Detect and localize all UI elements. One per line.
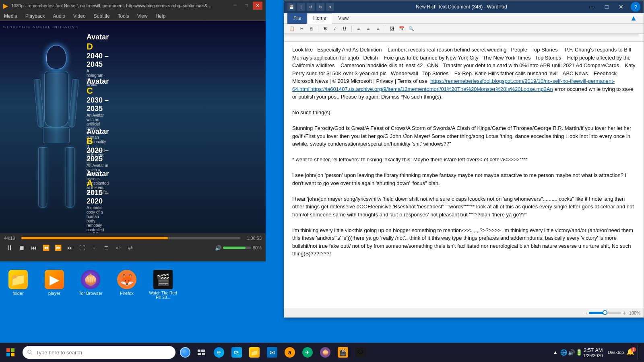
vlc-titlebar: ▶ 1080p - rememberlessfool No self, no f… — [0, 0, 266, 11]
vlc-play-btn[interactable]: ⏸ — [4, 242, 15, 253]
desktop-label[interactable]: Desktop — [606, 350, 625, 355]
toolbar-divider-2 — [351, 25, 352, 32]
wp-picture-btn[interactable]: 🖼 — [388, 25, 396, 33]
wp-ribbon-collapse-btn[interactable]: ▲ — [627, 13, 640, 23]
vlc-loop-btn[interactable]: ↩ — [113, 242, 124, 253]
vlc-playlist-btn[interactable]: ☰ — [101, 242, 112, 253]
wp-statusbar: − + 100% — [284, 308, 644, 317]
vlc-progress-bar[interactable] — [21, 237, 240, 239]
wp-redo-icon[interactable]: ↻ — [316, 3, 324, 11]
vlc-volume-pct: 80% — [253, 245, 262, 250]
wp-close-btn[interactable]: ✕ — [615, 0, 627, 13]
vlc-menu-audio[interactable]: Audio — [49, 11, 69, 21]
vlc-volume-area: 🔊 80% — [215, 245, 262, 251]
taskbar-files-icon[interactable]: 📁 — [246, 343, 263, 362]
search-bar[interactable] — [23, 346, 175, 359]
desktop-icon-firefox[interactable]: 🦊 Firefox — [109, 267, 145, 298]
vlc-menu-tools[interactable]: Tools — [114, 11, 133, 21]
notification-icon-area[interactable]: 🔔 1 — [626, 348, 635, 357]
wp-zoom-minus-btn[interactable]: − — [584, 310, 587, 316]
vlc-shuffle-btn[interactable]: ⇄ — [125, 242, 136, 253]
show-desktop-btn[interactable] — [638, 345, 641, 360]
svg-rect-0 — [6, 348, 10, 352]
desktop-icon-video[interactable]: 🎬 Watch The Red Pill 20... — [145, 267, 181, 302]
wp-para-5: Stunning Ferocity/God Is Great/A Feast o… — [292, 124, 636, 148]
vlc-menu-video[interactable]: Video — [69, 11, 89, 21]
vlc-maximize-btn[interactable]: □ — [242, 2, 251, 10]
toolbar-divider-3 — [385, 25, 385, 32]
vlc-menu-media[interactable]: Media — [0, 11, 21, 21]
wp-paste-btn[interactable]: 📋 — [287, 25, 296, 33]
wp-zoom-slider[interactable] — [589, 312, 621, 314]
vlc-icon: 🎬 — [338, 347, 348, 358]
wordpad-window: 💾 | ↺ ↻ ▾ New Rich Text Document (348) -… — [284, 0, 644, 318]
wp-tab-file[interactable]: File — [287, 13, 307, 24]
clock-area[interactable]: 2:57 AM 1/29/2020 — [583, 347, 603, 358]
vlc-title-text: 1080p - rememberlessfool No self, no fre… — [11, 3, 229, 8]
taskbar-edge-icon[interactable]: e — [210, 343, 228, 362]
taskbar-amazon-icon[interactable]: a — [281, 343, 299, 362]
wp-bold-btn[interactable]: B — [321, 25, 330, 33]
wp-menu-icon[interactable]: ▾ — [326, 3, 334, 11]
vlc-menu-playback[interactable]: Playback — [21, 11, 49, 21]
vlc-skip-back-btn[interactable]: ⏪ — [40, 242, 52, 253]
desktop-icon-firefox-label: Firefox — [120, 291, 134, 296]
wp-italic-btn[interactable]: I — [330, 25, 339, 33]
taskbar-tripadvisor-icon[interactable]: ✈ — [299, 343, 316, 362]
vlc-desktop-icon: ▶ — [45, 270, 64, 289]
vlc-ext-settings-btn[interactable]: ≡ — [89, 242, 100, 253]
start-button[interactable] — [0, 343, 21, 362]
task-view-icon — [198, 350, 205, 355]
security-icon: 🛡 — [355, 347, 366, 358]
wp-align-left-btn[interactable]: ≡ — [354, 25, 363, 33]
wp-align-center-btn[interactable]: ≡ — [364, 25, 373, 33]
wp-ribbon: File Home View ▲ 📋 ✂ ⎘ B I U ≡ ≡ ≡ 🖼 📅 🔍 — [284, 13, 644, 34]
taskbar-windows-security-icon[interactable]: 🛡 — [352, 343, 369, 362]
wp-undo-icon[interactable]: ↺ — [307, 3, 315, 11]
vlc-skip-fwd-btn[interactable]: ⏩ — [52, 242, 64, 253]
desktop-icon-player[interactable]: ▶ player — [36, 267, 72, 298]
wp-minimize-btn[interactable]: ─ — [586, 0, 599, 13]
wp-date-btn[interactable]: 📅 — [397, 25, 406, 33]
desktop-icon-folder[interactable]: 📁 folder — [0, 267, 36, 298]
vlc-stop-btn[interactable]: ⏹ — [16, 242, 27, 253]
wp-copy-btn[interactable]: ⎘ — [307, 25, 316, 33]
cortana-button[interactable] — [178, 345, 192, 360]
wp-maximize-btn[interactable]: □ — [600, 0, 613, 13]
wp-underline-btn[interactable]: U — [340, 25, 349, 33]
search-input[interactable] — [36, 350, 171, 356]
wp-zoom-plus-btn[interactable]: + — [623, 310, 626, 316]
vlc-volume-bar[interactable] — [223, 247, 251, 249]
wp-help-btn[interactable]: ? — [631, 2, 640, 12]
vlc-fullscreen-btn[interactable]: ⛶ — [76, 242, 88, 253]
vlc-menu-subtitle[interactable]: Subtitle — [90, 11, 114, 21]
vlc-menu-help[interactable]: Help — [151, 11, 169, 21]
taskbar-mail-icon[interactable]: ✉ — [263, 343, 281, 362]
wp-text-area[interactable]: Look like Especially And As Definition L… — [284, 42, 644, 308]
wp-para-12 — [292, 218, 636, 226]
taskbar-tor-icon[interactable]: 🧅 — [316, 343, 334, 362]
wp-save-icon[interactable]: 💾 — [287, 3, 295, 11]
taskbar-store-icon[interactable]: 🛍 — [228, 343, 246, 362]
wp-find-btn[interactable]: 🔍 — [407, 25, 416, 33]
vlc-video-area[interactable]: STRATEGIC SOCIAL INITIATIVE — [0, 21, 266, 233]
vlc-minimize-btn[interactable]: ─ — [230, 2, 240, 10]
vlc-menu-view[interactable]: View — [133, 11, 152, 21]
desktop-icon-folder-label: folder — [12, 291, 24, 296]
hidden-icons-btn[interactable]: ▲ — [551, 350, 559, 355]
wp-zoom-area: − + 100% — [584, 310, 640, 316]
sys-battery-icon: 🔋 — [576, 349, 582, 356]
vlc-prev-btn[interactable]: ⏮ — [28, 242, 39, 253]
wp-link-1[interactable]: https://rememeberlessfool.blogspot.com/2… — [292, 78, 615, 92]
taskbar-vlc-icon[interactable]: 🎬 — [334, 343, 352, 362]
wp-tab-home[interactable]: Home — [307, 13, 332, 24]
vlc-next-btn[interactable]: ⏭ — [64, 242, 76, 253]
wp-divider1: | — [297, 3, 305, 11]
wp-tab-view[interactable]: View — [332, 13, 355, 24]
wp-align-right-btn[interactable]: ≡ — [374, 25, 382, 33]
wp-cut-btn[interactable]: ✂ — [297, 25, 306, 33]
task-view-button[interactable] — [192, 343, 210, 362]
desktop-icon-tor[interactable]: 🧅 Tor Browser — [72, 267, 109, 298]
sys-volume-icon[interactable]: 🔊 — [568, 349, 575, 356]
vlc-close-btn[interactable]: ✕ — [253, 2, 262, 10]
